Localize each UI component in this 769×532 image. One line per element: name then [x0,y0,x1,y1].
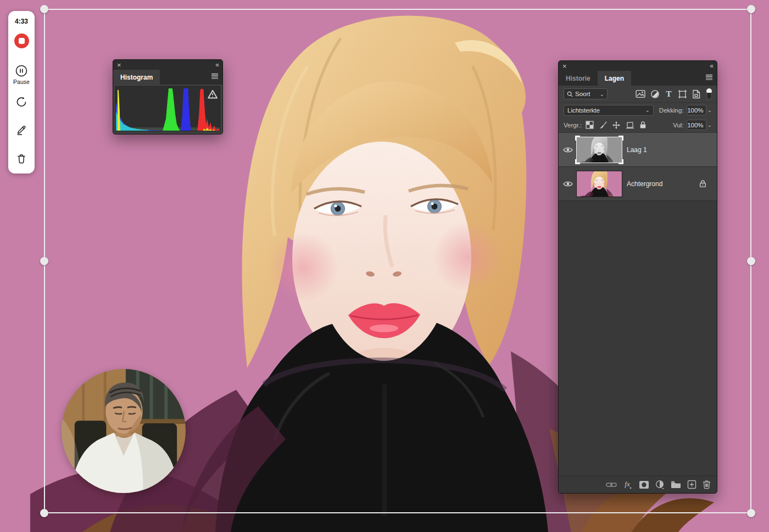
clipping-warning-icon[interactable] [208,91,217,98]
webcam-video [62,369,186,493]
histogram-plot [115,86,220,131]
svg-text:fx: fx [625,480,630,488]
chevron-down-icon: ⌄ [600,91,604,97]
layers-bottom-toolbar: fx [559,475,717,493]
opacity-field[interactable]: 100% [687,105,706,115]
blend-mode-value: Lichtsterkte [567,107,600,114]
lock-position-icon[interactable] [612,121,621,130]
selection-corner [618,136,623,141]
new-group-folder-icon[interactable] [671,480,681,489]
recorder-toolbar: 4:33 Pause [8,11,35,173]
selection-corner [575,136,580,141]
lock-transparency-icon[interactable] [586,121,594,129]
visibility-toggle[interactable] [559,147,577,153]
lock-artboard-icon[interactable] [626,121,634,129]
filter-kind-icons: T [636,89,700,99]
pixel-layer-filter-icon[interactable] [636,89,645,98]
chevron-down-icon[interactable]: ⌄ [707,107,712,113]
blend-mode-dropdown[interactable]: Lichtsterkte ⌄ [564,105,654,116]
selection-corner [618,159,623,164]
eye-icon [563,181,573,187]
pause-icon [15,64,28,77]
panel-menu-icon[interactable] [705,74,713,80]
fill-label: Vul: [673,122,683,128]
resize-handle-middle-left[interactable] [40,257,48,265]
new-adjustment-layer-icon[interactable] [655,480,665,489]
histogram-tabs: Histogram [113,70,222,85]
layer-row-laag-1[interactable]: Laag 1 [559,133,717,167]
layer-thumbnail[interactable] [577,137,622,163]
trash-icon [15,153,27,165]
toggle-track [706,93,712,99]
shape-layer-filter-icon[interactable] [678,89,687,99]
layers-list: Laag 1 Achtergrond [559,133,717,475]
webcam-bubble[interactable] [62,369,186,493]
restart-icon [15,96,27,108]
filter-type-dropdown[interactable]: Soort ⌄ [564,88,608,99]
lock-pixels-brush-icon[interactable] [599,121,607,129]
layers-titlebar: × « [559,61,717,71]
lock-label: Vergr.: [564,122,582,128]
layer-row-achtergrond[interactable]: Achtergrond [559,167,717,201]
layer-lock-icon[interactable] [699,180,706,188]
tab-historie[interactable]: Historie [559,71,598,86]
resize-handle-top-right[interactable] [747,5,755,13]
adjustment-layer-filter-icon[interactable] [650,89,660,99]
pause-label: Pause [13,79,30,85]
histogram-chart [116,87,220,131]
stop-recording-button[interactable] [14,33,29,48]
delete-layer-trash-icon[interactable] [703,480,711,489]
visibility-toggle[interactable] [559,181,577,187]
collapse-icon[interactable]: « [710,62,713,70]
link-layers-icon[interactable] [606,481,617,489]
layers-tab-strip: Historie Lagen [559,71,717,86]
layer-filter-row: Soort ⌄ [559,86,717,103]
resize-handle-bottom-right[interactable] [747,509,755,517]
layer-filter-toggle[interactable] [706,88,712,99]
new-layer-icon[interactable] [687,480,696,489]
close-icon[interactable]: × [117,61,121,69]
layers-panel: × « Historie Lagen Soort ⌄ [558,60,717,494]
close-icon[interactable]: × [562,63,567,70]
restart-recording-button[interactable] [15,96,27,108]
lock-row: Vergr.: [559,117,717,133]
filter-type-label: Soort [575,91,597,97]
tab-lagen[interactable]: Lagen [598,71,631,86]
fill-field[interactable]: 100% [687,120,706,130]
lock-options [586,121,647,130]
panel-menu-icon[interactable] [211,73,219,79]
layer-thumbnail[interactable] [577,171,622,197]
resize-handle-bottom-left[interactable] [40,509,48,517]
type-layer-filter-icon[interactable]: T [665,89,673,98]
resize-handle-middle-right[interactable] [747,257,755,265]
histogram-panel: × « Histogram [113,59,223,135]
blend-mode-row: Lichtsterkte ⌄ Dekking: 100% ⌄ [559,103,717,117]
layer-style-fx-icon[interactable]: fx [623,480,633,489]
collapse-icon[interactable]: « [215,61,219,69]
chevron-down-icon: ⌄ [645,107,649,113]
layer-name[interactable]: Laag 1 [627,146,647,154]
pause-button[interactable]: Pause [13,64,30,85]
layer-name[interactable]: Achtergrond [627,180,662,188]
pencil-icon [15,124,27,136]
draw-annotate-button[interactable] [15,124,27,136]
tab-histogram[interactable]: Histogram [113,70,160,85]
screen: 4:33 Pause [0,0,769,532]
fill-value: 100% [687,122,703,128]
smart-object-filter-icon[interactable] [692,89,700,99]
lock-all-icon[interactable] [639,121,647,129]
resize-handle-top-left[interactable] [40,5,48,13]
recording-timer: 4:33 [15,18,28,25]
discard-recording-button[interactable] [15,153,27,165]
svg-text:T: T [666,89,671,98]
opacity-value: 100% [687,107,703,114]
histogram-titlebar: × « [113,60,222,70]
search-icon [567,91,573,97]
eye-icon [563,147,573,153]
stop-icon [19,38,25,44]
add-layer-mask-icon[interactable] [639,480,649,489]
opacity-label: Dekking: [659,107,684,114]
chevron-down-icon[interactable]: ⌄ [707,122,712,128]
selection-corner [575,159,580,164]
